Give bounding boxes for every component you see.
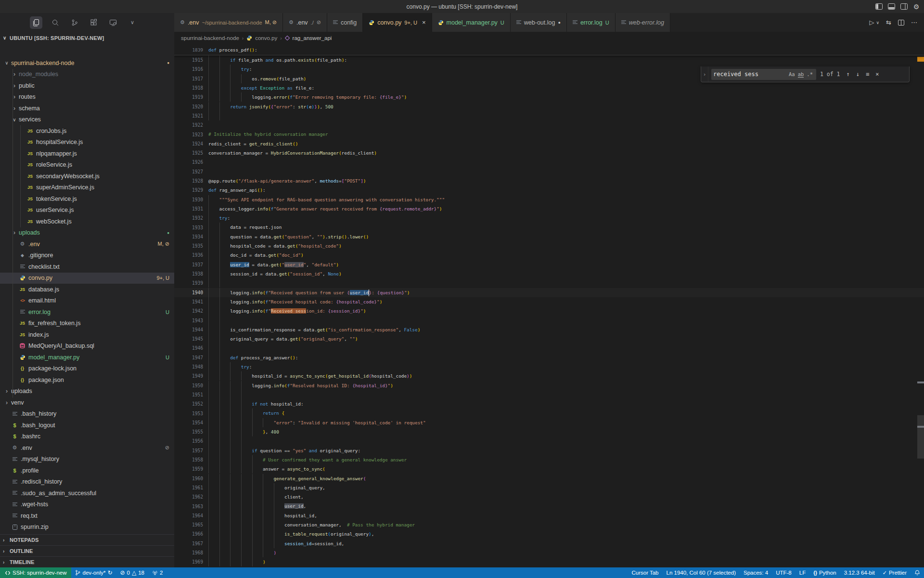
code-line-1940[interactable]: 1940 logging.info(f"Received question fr… xyxy=(174,288,924,297)
overview-ruler[interactable] xyxy=(917,44,924,567)
code-line-1942[interactable]: 1942 logging.info(f"Received session_id:… xyxy=(174,306,924,315)
file-row--env[interactable]: ⚙.envM, ⊘ xyxy=(0,238,174,250)
panel-header-timeline[interactable]: ›TIMELINE xyxy=(0,556,174,567)
file-row-nlpqamapper-js[interactable]: JSnlpqamapper.js xyxy=(0,148,174,159)
code-line-1969[interactable]: 1969 ) xyxy=(174,557,924,566)
code-line-1968[interactable]: 1968 ) xyxy=(174,548,924,557)
code-line-1965[interactable]: 1965 conversation_manager, # Pass the hy… xyxy=(174,520,924,529)
code-line-1961[interactable]: 1961 original_query, xyxy=(174,483,924,492)
file-row-roleservice-js[interactable]: JSroleService.js xyxy=(0,159,174,171)
file-row-spurrinai-backend-node[interactable]: ∨spurrinai-backend-node● xyxy=(0,57,174,69)
code-line-1929[interactable]: 1929def rag_answer_api(): xyxy=(174,185,924,195)
code-line-1927[interactable]: 1927 xyxy=(174,167,924,176)
code-line-1938[interactable]: 1938 session_id = data.get("session_id",… xyxy=(174,269,924,278)
code-line-1920[interactable]: 1920 return jsonify({"error": str(e)}), … xyxy=(174,102,924,111)
code-line-1943[interactable]: 1943 xyxy=(174,315,924,325)
file-row-checklist-txt[interactable]: checklist.txt xyxy=(0,261,174,273)
sticky-scroll-line[interactable]: 1839def process_pdf(): xyxy=(174,44,924,55)
tab-config[interactable]: config xyxy=(327,13,363,32)
language-mode-item[interactable]: {}Python xyxy=(809,567,840,578)
more-views-chevron-icon[interactable]: ∨ xyxy=(126,16,139,29)
file-row-websocket-js[interactable]: JSwebSocket.js xyxy=(0,216,174,227)
code-line-1941[interactable]: 1941 logging.info(f"Received hospital co… xyxy=(174,297,924,306)
file-row-email-html[interactable]: <>email.html xyxy=(0,295,174,307)
file-row-superadminservice-js[interactable]: JSsuperAdminService.js xyxy=(0,182,174,194)
code-line-1945[interactable]: 1945 original_query = data.get("original… xyxy=(174,334,924,343)
find-close-icon[interactable]: × xyxy=(875,71,879,78)
prettier-item[interactable]: ✓Prettier xyxy=(879,567,911,578)
file-row-routes[interactable]: ›routes xyxy=(0,92,174,103)
file-row-public[interactable]: ›public xyxy=(0,80,174,92)
search-icon[interactable] xyxy=(49,16,62,29)
file-row-fix-refresh-token-js[interactable]: JSfix_refresh_token.js xyxy=(0,318,174,329)
open-changes-icon[interactable]: ⇆ xyxy=(886,19,891,26)
file-row-node-modules[interactable]: ›node_modules xyxy=(0,69,174,80)
toggle-secondary-sidebar-icon[interactable] xyxy=(900,3,908,10)
tab-model-manager-py[interactable]: model_manager.pyU xyxy=(432,13,511,32)
match-case-toggle[interactable]: Aa xyxy=(789,71,795,77)
file-row-model-manager-py[interactable]: model_manager.pyU xyxy=(0,352,174,363)
encoding-item[interactable]: UTF-8 xyxy=(772,567,796,578)
code-line-1926[interactable]: 1926 xyxy=(174,158,924,167)
file-row--bashrc[interactable]: $.bashrc xyxy=(0,431,174,443)
find-query[interactable]: received sess xyxy=(713,71,787,78)
code-line-1915[interactable]: 1915 if file_path and os.path.exists(fil… xyxy=(174,55,924,65)
code-line-1958[interactable]: 1958 # User confirmed they want a genera… xyxy=(174,455,924,464)
tab-error-log[interactable]: error.logU xyxy=(567,13,616,32)
whole-word-toggle[interactable]: ab xyxy=(798,71,804,78)
python-version-item[interactable]: 3.12.3 64-bit xyxy=(840,567,879,578)
file-row-package-lock-json[interactable]: {}package-lock.json xyxy=(0,363,174,375)
code-line-1962[interactable]: 1962 client, xyxy=(174,492,924,501)
run-dropdown-chevron-icon[interactable]: ∨ xyxy=(876,20,880,25)
run-button[interactable]: ▷ xyxy=(870,19,874,26)
code-line-1954[interactable]: 1954 "error": "Invalid or missing 'hospi… xyxy=(174,418,924,427)
tab--env[interactable]: ⚙.env~/spurrinai-backend-nodeM, ⊘ xyxy=(174,13,283,32)
code-line-1933[interactable]: 1933 data = request.json xyxy=(174,223,924,232)
source-control-icon[interactable] xyxy=(68,16,81,29)
code-line-1937[interactable]: 1937 user_id = data.get("user_id", "defa… xyxy=(174,260,924,269)
cursor-position-item[interactable]: Ln 1940, Col 60 (7 selected) xyxy=(663,567,740,578)
code-line-1935[interactable]: 1935 hospital_code = data.get("hospital_… xyxy=(174,241,924,250)
eol-item[interactable]: LF xyxy=(796,567,809,578)
cursor-tab-item[interactable]: Cursor Tab xyxy=(628,567,662,578)
code-line-1931[interactable]: 1931 access_logger.info(f"Generate answe… xyxy=(174,204,924,213)
find-input[interactable]: received sess Aa ab .* xyxy=(711,69,816,80)
find-previous-icon[interactable]: ↑ xyxy=(847,71,850,78)
code-line-1930[interactable]: 1930 """Sync API endpoint for RAG-based … xyxy=(174,195,924,204)
git-branch-item[interactable]: dev-only* ↻ xyxy=(71,567,116,578)
toggle-primary-sidebar-icon[interactable] xyxy=(875,3,883,10)
code-line-1944[interactable]: 1944 is_confirmation_response = data.get… xyxy=(174,325,924,334)
code-line-1918[interactable]: 1918 except Exception as file_e: xyxy=(174,83,924,92)
file-row--rediscli-history[interactable]: .rediscli_history xyxy=(0,476,174,488)
file-row-hospitalservice-js[interactable]: JShospitalService.js xyxy=(0,137,174,148)
code-line-1950[interactable]: 1950 logging.info(f"Resolved hospital ID… xyxy=(174,381,924,390)
file-row-convo-py[interactable]: convo.py9+, U xyxy=(0,273,174,284)
file-row-venv[interactable]: ›venv xyxy=(0,397,174,408)
find-next-icon[interactable]: ↓ xyxy=(856,71,860,78)
code-line-1963[interactable]: 1963 user_id, xyxy=(174,501,924,511)
file-row--gitignore[interactable]: ◆.gitignore xyxy=(0,250,174,262)
breadcrumb-symbol[interactable]: rag_answer_api xyxy=(293,35,332,41)
code-line-1939[interactable]: 1939 xyxy=(174,278,924,288)
file-row-cronjobs-js[interactable]: JScronJobs.js xyxy=(0,125,174,137)
file-row-userservice-js[interactable]: JSuserService.js xyxy=(0,205,174,216)
more-actions-icon[interactable]: ⋯ xyxy=(911,19,917,26)
file-row-spurrin-zip[interactable]: spurrin.zip xyxy=(0,522,174,533)
file-row--sudo-as-admin-successful[interactable]: .sudo_as_admin_successful xyxy=(0,487,174,499)
tab--env[interactable]: ⚙.env./⊘ xyxy=(283,13,327,32)
customize-layout-gear-icon[interactable]: ⚙ xyxy=(912,3,920,10)
file-row-database-js[interactable]: JSdatabase.js xyxy=(0,284,174,295)
panel-header-outline[interactable]: ›OUTLINE xyxy=(0,545,174,556)
toggle-replace-chevron-icon[interactable]: › xyxy=(701,66,708,82)
breadcrumb-file[interactable]: convo.py xyxy=(255,35,277,41)
code-line-1936[interactable]: 1936 doc_id = data.get("doc_id") xyxy=(174,250,924,260)
code-line-1928[interactable]: 1928@app.route("/flask-api/generate-answ… xyxy=(174,176,924,185)
panel-header-notepads[interactable]: ›NOTEPADS xyxy=(0,534,174,545)
file-row-error-log[interactable]: error.logU xyxy=(0,306,174,318)
file-row-medqueryai-backup-sql[interactable]: MedQueryAI_backup.sql xyxy=(0,341,174,352)
remote-indicator[interactable]: SSH: spurrin-dev-new xyxy=(0,567,71,578)
code-line-1959[interactable]: 1959 answer = async_to_sync( xyxy=(174,464,924,473)
code-line-1955[interactable]: 1955 }, 400 xyxy=(174,427,924,436)
tab-close-icon[interactable]: × xyxy=(422,19,426,26)
file-row--mysql-history[interactable]: .mysql_history xyxy=(0,454,174,465)
